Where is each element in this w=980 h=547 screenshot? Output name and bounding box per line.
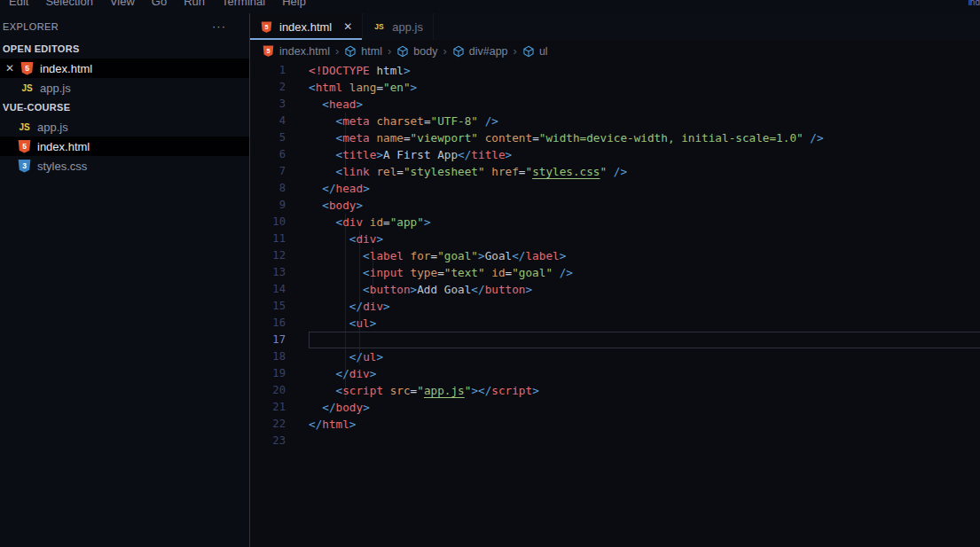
breadcrumb: 5index.html›html›body›div#app›ul: [250, 40, 980, 62]
line-content: </div>: [286, 365, 376, 382]
line-number: 4: [250, 113, 286, 129]
close-icon[interactable]: ✕: [3, 62, 17, 74]
line-number: 20: [250, 382, 286, 399]
code-line-7[interactable]: 7 <link rel="stylesheet" href="styles.cs…: [250, 163, 980, 180]
css3-file-icon: 3: [18, 160, 31, 173]
menu-bar: EditSelectionViewGoRunTerminalHelp ind: [0, 0, 980, 13]
section-header-vue-course[interactable]: VUE-COURSE: [0, 98, 249, 117]
code-line-23[interactable]: 23: [250, 433, 980, 449]
explorer-header: EXPLORER ···: [0, 13, 249, 39]
breadcrumb-separator: ›: [443, 44, 446, 58]
line-number: 23: [250, 433, 286, 449]
code-line-5[interactable]: 5 <meta name="viewport" content="width=d…: [250, 129, 980, 146]
code-line-15[interactable]: 15 </div>: [250, 298, 980, 315]
breadcrumb-item-div#app[interactable]: div#app: [452, 45, 508, 58]
line-number: 6: [250, 146, 286, 163]
code-line-22[interactable]: 22</html>: [250, 416, 980, 433]
vscode-window: EditSelectionViewGoRunTerminalHelp ind E…: [0, 0, 980, 547]
more-actions-icon[interactable]: ···: [212, 23, 226, 30]
code-line-12[interactable]: 12 <label for="goal">Goal</label>: [250, 247, 980, 264]
tab-app.js[interactable]: JSapp.js: [363, 13, 434, 40]
line-number: 19: [250, 365, 286, 382]
code-line-9[interactable]: 9 <body>: [250, 197, 980, 214]
line-content: [286, 433, 309, 449]
line-number: 2: [250, 79, 286, 96]
sidebar-item-app.js[interactable]: JSapp.js: [0, 78, 249, 98]
code-line-10[interactable]: 10 <div id="app">: [250, 214, 980, 231]
html5-file-icon: 5: [20, 62, 34, 75]
file-name-label: index.html: [40, 62, 92, 75]
js-file-icon: JS: [20, 82, 34, 95]
line-content: <label for="goal">Goal</label>: [286, 247, 566, 264]
line-content: <html lang="en">: [286, 79, 417, 96]
line-number: 8: [250, 180, 286, 197]
line-content: <head>: [286, 96, 363, 113]
code-line-2[interactable]: 2<html lang="en">: [250, 79, 980, 96]
line-number: 13: [250, 264, 286, 281]
tab-index.html[interactable]: 5index.html✕: [250, 13, 363, 40]
line-content: <ul>: [286, 315, 376, 332]
breadcrumb-item-index.html[interactable]: 5index.html: [262, 44, 330, 58]
js-file-icon: JS: [18, 121, 31, 134]
breadcrumb-item-html[interactable]: html: [344, 45, 382, 58]
line-number: 3: [250, 96, 286, 113]
breadcrumb-label: body: [413, 45, 437, 58]
code-line-6[interactable]: 6 <title>A First App</title>: [250, 146, 980, 163]
line-content: </html>: [286, 416, 356, 433]
line-number: 21: [250, 399, 286, 416]
menu-item-go[interactable]: Go: [152, 0, 167, 11]
breadcrumb-separator: ›: [335, 44, 339, 58]
code-line-11[interactable]: 11 <div>: [250, 231, 980, 247]
breadcrumb-item-ul[interactable]: ul: [522, 45, 548, 58]
line-content: </head>: [286, 180, 370, 197]
symbol-element-icon: [452, 45, 465, 58]
line-number: 10: [250, 214, 286, 231]
tab-bar: 5index.html✕JSapp.js: [250, 13, 980, 40]
line-number: 9: [250, 197, 286, 214]
section-header-open-editors[interactable]: OPEN EDITORS: [0, 39, 249, 59]
line-number: 16: [250, 315, 286, 332]
line-content: </body>: [286, 399, 370, 416]
breadcrumb-item-body[interactable]: body: [396, 45, 437, 58]
line-number: 5: [250, 129, 286, 146]
line-content: </div>: [286, 298, 390, 315]
close-icon[interactable]: ✕: [343, 20, 352, 33]
code-line-19[interactable]: 19 </div>: [250, 365, 980, 382]
breadcrumb-label: html: [361, 45, 382, 58]
code-line-13[interactable]: 13 <input type="text" id="goal" />: [250, 264, 980, 281]
menu-item-help[interactable]: Help: [282, 0, 306, 11]
code-line-17[interactable]: 17: [250, 332, 980, 348]
file-name-label: app.js: [37, 121, 68, 134]
menu-item-run[interactable]: Run: [184, 0, 205, 11]
file-name-label: index.html: [37, 140, 90, 153]
menu-item-edit[interactable]: Edit: [9, 0, 28, 11]
line-content: <input type="text" id="goal" />: [286, 264, 573, 281]
line-content: <meta charset="UTF-8" />: [286, 113, 498, 129]
sidebar-item-index.html[interactable]: ✕5index.html: [0, 59, 249, 78]
code-editor[interactable]: 1<!DOCTYPE html>2<html lang="en">3 <head…: [250, 62, 980, 547]
code-line-4[interactable]: 4 <meta charset="UTF-8" />: [250, 113, 980, 129]
code-line-20[interactable]: 20 <script src="app.js"></script>: [250, 382, 980, 399]
line-content: <!DOCTYPE html>: [286, 62, 411, 79]
code-line-18[interactable]: 18 </ul>: [250, 348, 980, 365]
explorer-title: EXPLORER: [3, 21, 59, 32]
code-line-1[interactable]: 1<!DOCTYPE html>: [250, 62, 980, 79]
sidebar-item-app.js[interactable]: JSapp.js: [0, 117, 249, 137]
breadcrumb-label: index.html: [279, 45, 330, 58]
code-line-16[interactable]: 16 <ul>: [250, 315, 980, 332]
menu-item-selection[interactable]: Selection: [45, 0, 92, 11]
menu-item-terminal[interactable]: Terminal: [222, 0, 265, 11]
breadcrumb-separator: ›: [514, 44, 517, 58]
sidebar-item-styles.css[interactable]: 3styles.css: [0, 156, 249, 176]
line-number: 15: [250, 298, 286, 315]
menu-item-view[interactable]: View: [110, 0, 135, 11]
code-line-8[interactable]: 8 </head>: [250, 180, 980, 197]
line-content: <button>Add Goal</button>: [286, 281, 532, 298]
code-line-3[interactable]: 3 <head>: [250, 96, 980, 113]
line-content: <link rel="stylesheet" href="styles.css"…: [286, 163, 627, 180]
line-number: 14: [250, 281, 286, 298]
code-line-14[interactable]: 14 <button>Add Goal</button>: [250, 281, 980, 298]
sidebar-item-index.html[interactable]: 5index.html: [0, 137, 249, 156]
line-content: [286, 332, 309, 348]
code-line-21[interactable]: 21 </body>: [250, 399, 980, 416]
